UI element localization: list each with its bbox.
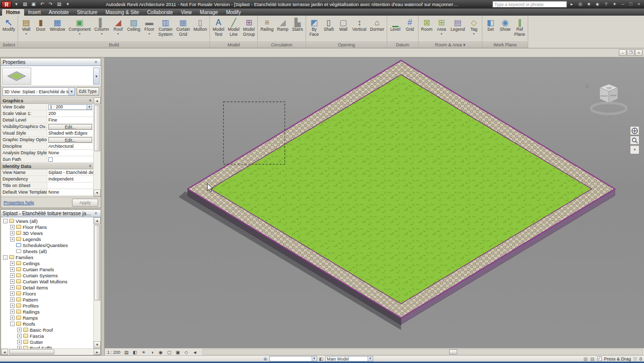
ribbon-button-wall[interactable]: ▢Wall [336, 16, 350, 41]
edit-type-button[interactable]: Edit Type [77, 87, 99, 96]
properties-header[interactable]: Properties × [1, 58, 101, 66]
view-type-select[interactable]: 3D View: Siplast - Etanchéité de toit ▼ [3, 87, 75, 96]
unlocked-view-button[interactable]: ◇ [182, 349, 190, 355]
ribbon-button-door[interactable]: ▮Door [34, 16, 48, 41]
expand-icon[interactable]: + [17, 340, 22, 344]
ribbon-button-dormer[interactable]: ⌂Dormer [369, 16, 386, 41]
expand-icon[interactable]: + [10, 267, 15, 272]
ribbon-button-column[interactable]: ▌Column▾ [93, 16, 110, 41]
application-menu-button[interactable]: R [2, 1, 12, 8]
chevron-down-icon[interactable]: ▾ [149, 32, 150, 35]
type-selector-preview[interactable]: ▼ [1, 66, 101, 86]
tab-structure[interactable]: Structure [73, 9, 102, 16]
ribbon-button-curtain-system[interactable]: ▥Curtain System [157, 16, 174, 41]
property-row-sun-path[interactable]: Sun Path [1, 156, 93, 163]
ribbon-button-roof[interactable]: ◢Roof▾ [111, 16, 125, 41]
browser-scrollbar[interactable]: ▲ ▼ [93, 217, 101, 348]
ribbon-button-vertical[interactable]: ↕Vertical [351, 16, 368, 41]
green-roof-surface[interactable] [210, 75, 592, 304]
tree-item-3d-views[interactable]: +3D Views [1, 230, 93, 236]
property-row-visibility-graphics-ov[interactable]: Visibility/Graphics Ov...Edit... [1, 124, 93, 130]
view-type-arrow-icon[interactable]: ▼ [68, 88, 75, 95]
viewcube-compass-ring[interactable] [591, 103, 626, 114]
help-button[interactable]: ? [602, 1, 610, 8]
property-group-identity-data[interactable]: Identity Data∧ [1, 163, 93, 169]
ribbon-button-room[interactable]: ⊠Room [419, 16, 434, 41]
view-close-button[interactable]: × [635, 49, 642, 56]
property-row-visual-style[interactable]: Visual StyleShaded with Edges [1, 130, 93, 137]
ribbon-button-area[interactable]: ⊞Area▾ [435, 16, 449, 41]
scroll-thumb[interactable] [94, 105, 100, 151]
print-button[interactable]: ▤ [55, 1, 63, 8]
favorites-star-icon[interactable]: ★ [585, 1, 593, 8]
tab-modify[interactable]: Modify [222, 9, 245, 16]
tree-item-roofs[interactable]: -Roofs [1, 321, 93, 327]
apply-button[interactable]: Apply [72, 199, 98, 207]
tree-item-curtain-panels[interactable]: +Curtain Panels [1, 266, 93, 272]
ribbon-button-legend[interactable]: ▤Legend [449, 16, 466, 41]
design-options-select[interactable]: Main Model ▼ [325, 356, 373, 361]
ribbon-button-model-text[interactable]: AModel Text [211, 16, 226, 41]
expand-icon[interactable]: + [10, 285, 15, 290]
tree-item-legends[interactable]: +Legends [1, 236, 93, 242]
scroll-thumb[interactable] [9, 349, 54, 354]
expand-icon[interactable]: + [17, 328, 22, 332]
tree-item-curtain-systems[interactable]: +Curtain Systems [1, 272, 93, 278]
rendering-button[interactable]: ◉ [157, 349, 165, 355]
property-row-analysis-display-style[interactable]: Analysis Display StyleNone [1, 150, 93, 156]
show-crop-button[interactable]: ▣ [174, 349, 182, 355]
ribbon-button-window[interactable]: ▦Window [48, 16, 66, 41]
view-minimize-button[interactable]: – [619, 49, 626, 56]
ribbon-button-curtain-grid[interactable]: ▦Curtain Grid [175, 16, 191, 41]
tree-item-roof-soffit[interactable]: +Roof Soffit [1, 345, 93, 348]
ribbon-button-modify[interactable]: ↖Modify [1, 16, 17, 41]
expand-icon[interactable]: + [10, 237, 15, 241]
tree-item-fascia[interactable]: +Fascia [1, 333, 93, 339]
property-value[interactable]: Siplast - Etanchéité de t... [47, 169, 93, 175]
expand-icon[interactable]: + [10, 297, 15, 302]
property-value[interactable]: Edit... [47, 137, 93, 143]
browser-hscrollbar[interactable]: ◄ ► [1, 348, 101, 355]
tree-item-basic-roof[interactable]: +Basic Roof [1, 327, 93, 333]
chevron-down-icon[interactable]: ▼ [87, 105, 92, 109]
property-group-graphics[interactable]: Graphics∧ [1, 97, 93, 104]
application-menu-arrow-icon[interactable]: ▾ [13, 1, 20, 8]
scroll-up-icon[interactable]: ▲ [94, 97, 101, 104]
crop-view-button[interactable]: ▢ [165, 349, 173, 355]
property-row-graphic-display-options[interactable]: Graphic Display OptionsEdit... [1, 137, 93, 143]
viewcube[interactable]: ⌂ TOP FRONT RIGHT S [586, 83, 626, 118]
ribbon-button-ref-plane[interactable]: ∥Ref Plane [513, 16, 527, 41]
canvas-hscrollbar[interactable] [202, 349, 643, 355]
expand-icon[interactable]: + [10, 291, 15, 296]
properties-help-link[interactable]: Properties help [4, 200, 34, 205]
steering-wheel-button[interactable] [630, 126, 639, 135]
tab-home[interactable]: Home [2, 9, 24, 16]
scroll-down-icon[interactable]: ▼ [94, 341, 101, 348]
project-browser-close-icon[interactable]: × [93, 210, 99, 216]
ribbon-button-model-line[interactable]: ╱Model Line [226, 16, 241, 41]
subscription-center-icon[interactable]: ◎ [577, 1, 584, 8]
chevron-down-icon[interactable]: ▾ [473, 32, 475, 35]
chevron-down-icon[interactable]: ▾ [441, 32, 442, 35]
tab-collaborate[interactable]: Collaborate [143, 9, 177, 16]
ribbon-button-shaft[interactable]: ▯Shaft [322, 16, 336, 41]
tree-item-detail-items[interactable]: +Detail Items [1, 284, 93, 290]
property-value[interactable]: Edit... [47, 124, 93, 130]
save-button[interactable]: ▣ [30, 1, 37, 8]
infocenter-search-input[interactable] [492, 1, 567, 8]
minimize-button[interactable]: – [619, 2, 626, 8]
tree-item-families[interactable]: -Families [1, 254, 93, 260]
ribbon-button-ramp[interactable]: ◢Ramp [275, 16, 290, 41]
tree-item-schedules-quantities[interactable]: Schedules/Quantities [1, 242, 93, 248]
ribbon-button-tag[interactable]: ◇Tag▾ [467, 16, 481, 41]
chevron-down-icon[interactable]: ▾ [101, 32, 102, 35]
tab-annotate[interactable]: Annotate [45, 9, 73, 16]
expand-icon[interactable]: + [17, 334, 22, 338]
ribbon-button-stairs[interactable]: ▙Stairs [291, 16, 305, 41]
property-row-view-name[interactable]: View NameSiplast - Etanchéité de t... [1, 169, 93, 176]
chevron-down-icon[interactable]: ▾ [79, 32, 81, 35]
visual-style-button[interactable]: ◧ [131, 349, 139, 355]
property-row-scale-value-1[interactable]: Scale Value 1:200 [1, 110, 93, 117]
scroll-thumb[interactable] [449, 349, 457, 354]
search-icon[interactable]: ▸ [568, 1, 576, 8]
